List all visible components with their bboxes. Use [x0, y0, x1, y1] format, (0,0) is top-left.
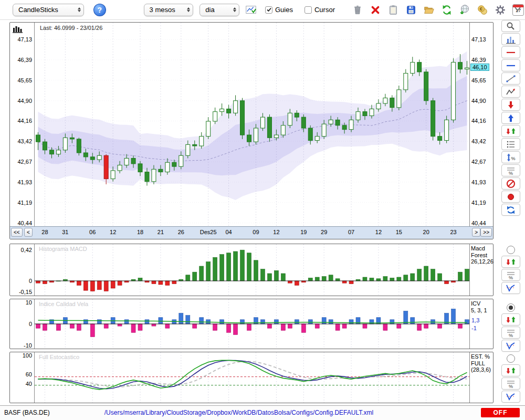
euro-button[interactable]: € [476, 3, 489, 17]
nav-next-button[interactable]: > [472, 228, 480, 237]
percent-tool-button[interactable]: % [501, 164, 520, 176]
stoch-curve-button[interactable] [501, 391, 520, 403]
toolbar-icon-row: € 17 [351, 3, 525, 17]
date-label: 09 [253, 229, 259, 235]
sync-icon [505, 205, 517, 215]
guides-label: Guies [275, 6, 293, 14]
axis-tick-label: 100 [23, 352, 32, 359]
stoch-panel-radio[interactable] [507, 354, 515, 363]
chevron-down-icon [513, 5, 522, 13]
icv-right-labels: ICV 5, 3, 1 1,3 -1 [470, 299, 493, 349]
stoch-signals-button[interactable] [501, 364, 520, 376]
histogram-tool-icon [505, 34, 517, 45]
refresh-button[interactable] [440, 3, 454, 17]
price-yaxis-right: 46,10 47,1346,3945,6544,9044,1643,4242,6… [470, 23, 493, 226]
percent-lines-icon: % [505, 328, 517, 338]
trendline-icon [505, 74, 517, 84]
settings-button[interactable] [494, 3, 507, 17]
stoch-label-line: EST. % [471, 353, 491, 360]
percent-lines-icon: % [505, 379, 517, 389]
axis-tick-label: -10 [24, 342, 32, 349]
axis-tick-label: 41,19 [471, 200, 486, 206]
macd-curve-button[interactable] [501, 282, 520, 294]
list-tool-button[interactable] [501, 138, 520, 150]
zigzag-tool-button[interactable] [501, 86, 520, 98]
icv-curve-button[interactable] [501, 340, 520, 352]
icv-percent-button[interactable]: % [501, 327, 520, 339]
price-plot[interactable]: Last: 46.0999 - 23/01/26 [34, 23, 470, 226]
off-toggle-button[interactable]: OFF [481, 408, 520, 417]
axis-tick-label: 46,39 [471, 57, 486, 63]
date-label: 31 [62, 229, 68, 235]
guides-checkbox[interactable]: Guies [265, 6, 293, 14]
signals-tool-button[interactable] [501, 125, 520, 137]
blue-hline-tool-button[interactable] [501, 59, 520, 71]
trash-button[interactable] [351, 3, 364, 17]
stoch-plot[interactable]: Full Estocastico [34, 352, 470, 403]
delete-x-icon [369, 4, 382, 16]
icv-panel: 100-10 Indice Calidad Vela ICV 5, 3, 1 1… [9, 299, 494, 349]
sync-tool-button[interactable] [501, 204, 520, 216]
trendline-tool-button[interactable] [501, 72, 520, 85]
list-icon [505, 139, 517, 150]
chart-type-select[interactable]: CandleSticks [13, 4, 84, 16]
nav-last-button[interactable]: >> [480, 228, 492, 237]
clipboard-button[interactable] [386, 3, 400, 17]
svg-text:%: % [509, 333, 513, 338]
tools-sidebar: % % [498, 19, 524, 420]
icv-signals-button[interactable] [501, 313, 520, 326]
period-select[interactable]: 3 mesos [144, 4, 194, 16]
date-label: 26 [178, 229, 184, 235]
chart-preview-toggle-button[interactable] [245, 3, 258, 17]
arrow-up-tool-button[interactable] [501, 112, 520, 124]
date-label: 12 [375, 229, 382, 235]
icv-tools-group: % [498, 302, 524, 353]
axis-tick-label: 47,13 [17, 36, 32, 43]
download-button[interactable] [458, 3, 471, 17]
updown-percent-tool-button[interactable]: % [501, 151, 520, 163]
config-path: /Users/mserra/Library/CloudStorage/Dropb… [0, 409, 478, 416]
stoch-percent-button[interactable]: % [501, 377, 520, 390]
svg-text:€: € [480, 6, 482, 11]
red-hline-icon [505, 47, 517, 58]
icv-label-line: ICV [471, 300, 487, 307]
date-label: 06 [89, 229, 96, 235]
indicator-curve-icon [505, 392, 517, 402]
nav-prev-button[interactable]: < [24, 228, 33, 237]
toolbar-overflow-button[interactable] [513, 5, 522, 15]
macd-panel-radio[interactable] [507, 246, 515, 254]
macd-percent-button[interactable]: % [501, 269, 520, 281]
icv-value-1: 1,3 [471, 317, 479, 323]
date-label: 20 [423, 229, 429, 235]
open-folder-button[interactable] [422, 3, 436, 17]
icv-panel-radio[interactable] [507, 303, 515, 312]
zoom-tool-button[interactable] [501, 20, 520, 32]
arrow-down-tool-button[interactable] [501, 99, 520, 111]
timeframe-select[interactable]: dia [200, 4, 239, 16]
save-button[interactable] [404, 3, 418, 17]
indicator-curve-icon [505, 283, 517, 293]
axis-tick-label: 60 [26, 371, 32, 377]
select-stepper-icon [78, 7, 81, 12]
select-stepper-icon [187, 7, 190, 12]
axis-tick-label: 44,16 [471, 118, 486, 124]
gear-icon [494, 4, 507, 16]
euro-coins-icon: € [476, 4, 489, 16]
cursor-checkbox[interactable]: Cursor [304, 6, 335, 14]
disable-tool-button[interactable] [501, 177, 520, 190]
record-tool-button[interactable] [501, 191, 520, 203]
axis-tick-label: 44,90 [471, 98, 486, 104]
icv-plot[interactable]: Indice Calidad Vela [34, 299, 470, 349]
icv-label-params: 5, 3, 1 [471, 307, 487, 314]
red-hline-tool-button[interactable] [501, 46, 520, 58]
date-label: 15 [396, 229, 402, 235]
histogram-tool-button[interactable] [501, 33, 520, 45]
nav-first-button[interactable]: << [11, 228, 23, 237]
macd-plot[interactable]: Histograma MACD [34, 244, 470, 296]
macd-tools-group: % [498, 245, 524, 295]
globe-download-icon [458, 4, 471, 16]
macd-signals-button[interactable] [501, 256, 520, 268]
help-button[interactable]: ? [93, 4, 106, 16]
delete-button[interactable] [369, 3, 382, 17]
axis-tick-label: 44,90 [17, 98, 32, 104]
